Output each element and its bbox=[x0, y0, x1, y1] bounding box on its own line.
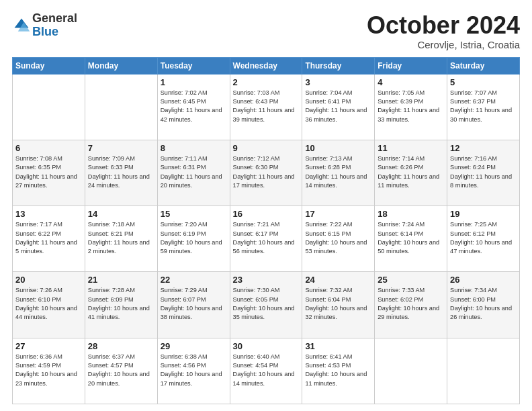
table-row: 25Sunrise: 7:33 AM Sunset: 6:02 PM Dayli… bbox=[375, 272, 447, 338]
table-row: 5Sunrise: 7:07 AM Sunset: 6:37 PM Daylig… bbox=[447, 74, 520, 140]
table-row: 9Sunrise: 7:12 AM Sunset: 6:30 PM Daylig… bbox=[230, 140, 302, 205]
day-number: 2 bbox=[233, 77, 300, 87]
day-info: Sunrise: 7:30 AM Sunset: 6:05 PM Dayligh… bbox=[233, 286, 300, 322]
day-info: Sunrise: 7:21 AM Sunset: 6:17 PM Dayligh… bbox=[233, 220, 300, 256]
day-number: 4 bbox=[378, 77, 444, 87]
day-number: 14 bbox=[88, 209, 154, 219]
day-number: 17 bbox=[305, 209, 371, 219]
col-friday: Friday bbox=[375, 57, 447, 74]
table-row bbox=[85, 74, 157, 140]
day-info: Sunrise: 6:38 AM Sunset: 4:56 PM Dayligh… bbox=[161, 353, 227, 388]
table-row: 1Sunrise: 7:02 AM Sunset: 6:45 PM Daylig… bbox=[157, 74, 230, 140]
table-row: 31Sunrise: 6:41 AM Sunset: 4:53 PM Dayli… bbox=[302, 338, 375, 404]
day-number: 30 bbox=[233, 341, 300, 351]
table-row: 7Sunrise: 7:09 AM Sunset: 6:33 PM Daylig… bbox=[85, 140, 157, 205]
day-number: 7 bbox=[88, 143, 154, 153]
table-row: 11Sunrise: 7:14 AM Sunset: 6:26 PM Dayli… bbox=[375, 140, 447, 205]
table-row: 28Sunrise: 6:37 AM Sunset: 4:57 PM Dayli… bbox=[85, 338, 157, 404]
col-monday: Monday bbox=[85, 57, 157, 74]
table-row: 30Sunrise: 6:40 AM Sunset: 4:54 PM Dayli… bbox=[230, 338, 302, 404]
day-info: Sunrise: 7:32 AM Sunset: 6:04 PM Dayligh… bbox=[305, 286, 371, 322]
day-info: Sunrise: 7:02 AM Sunset: 6:45 PM Dayligh… bbox=[161, 89, 227, 124]
day-number: 19 bbox=[450, 209, 517, 219]
day-number: 15 bbox=[161, 209, 227, 219]
table-row: 15Sunrise: 7:20 AM Sunset: 6:19 PM Dayli… bbox=[157, 206, 230, 272]
day-number: 10 bbox=[305, 143, 371, 153]
day-info: Sunrise: 7:11 AM Sunset: 6:31 PM Dayligh… bbox=[161, 154, 227, 190]
day-number: 16 bbox=[233, 209, 300, 219]
page: General Blue October 2024 Cerovlje, Istr… bbox=[0, 0, 532, 411]
calendar-table: Sunday Monday Tuesday Wednesday Thursday… bbox=[12, 57, 520, 404]
day-info: Sunrise: 7:03 AM Sunset: 6:43 PM Dayligh… bbox=[233, 89, 300, 124]
table-row bbox=[13, 74, 85, 140]
day-info: Sunrise: 7:22 AM Sunset: 6:15 PM Dayligh… bbox=[305, 220, 371, 256]
day-number: 18 bbox=[378, 209, 444, 219]
day-info: Sunrise: 6:40 AM Sunset: 4:54 PM Dayligh… bbox=[233, 353, 300, 388]
day-info: Sunrise: 7:20 AM Sunset: 6:19 PM Dayligh… bbox=[161, 220, 227, 256]
day-info: Sunrise: 7:04 AM Sunset: 6:41 PM Dayligh… bbox=[305, 89, 371, 124]
title-block: October 2024 Cerovlje, Istria, Croatia bbox=[367, 12, 520, 50]
title-location: Cerovlje, Istria, Croatia bbox=[367, 39, 520, 50]
col-sunday: Sunday bbox=[13, 57, 85, 74]
calendar-header-row: Sunday Monday Tuesday Wednesday Thursday… bbox=[13, 57, 520, 74]
logo-text: General Blue bbox=[32, 12, 77, 39]
table-row: 16Sunrise: 7:21 AM Sunset: 6:17 PM Dayli… bbox=[230, 206, 302, 272]
table-row: 14Sunrise: 7:18 AM Sunset: 6:21 PM Dayli… bbox=[85, 206, 157, 272]
title-month: October 2024 bbox=[367, 12, 520, 39]
col-saturday: Saturday bbox=[447, 57, 520, 74]
table-row: 26Sunrise: 7:34 AM Sunset: 6:00 PM Dayli… bbox=[447, 272, 520, 338]
day-info: Sunrise: 7:34 AM Sunset: 6:00 PM Dayligh… bbox=[450, 286, 517, 322]
day-info: Sunrise: 7:25 AM Sunset: 6:12 PM Dayligh… bbox=[450, 220, 517, 256]
day-info: Sunrise: 6:36 AM Sunset: 4:59 PM Dayligh… bbox=[15, 353, 82, 388]
day-info: Sunrise: 7:16 AM Sunset: 6:24 PM Dayligh… bbox=[450, 154, 517, 190]
day-info: Sunrise: 7:18 AM Sunset: 6:21 PM Dayligh… bbox=[88, 220, 154, 256]
day-number: 28 bbox=[88, 341, 154, 351]
day-number: 8 bbox=[161, 143, 227, 153]
day-info: Sunrise: 7:24 AM Sunset: 6:14 PM Dayligh… bbox=[378, 220, 444, 256]
table-row: 27Sunrise: 6:36 AM Sunset: 4:59 PM Dayli… bbox=[13, 338, 85, 404]
col-tuesday: Tuesday bbox=[157, 57, 230, 74]
table-row: 17Sunrise: 7:22 AM Sunset: 6:15 PM Dayli… bbox=[302, 206, 375, 272]
day-number: 22 bbox=[161, 275, 227, 285]
table-row: 3Sunrise: 7:04 AM Sunset: 6:41 PM Daylig… bbox=[302, 74, 375, 140]
day-number: 5 bbox=[450, 77, 517, 87]
day-number: 25 bbox=[378, 275, 444, 285]
day-number: 13 bbox=[15, 209, 82, 219]
table-row: 13Sunrise: 7:17 AM Sunset: 6:22 PM Dayli… bbox=[13, 206, 85, 272]
day-number: 24 bbox=[305, 275, 371, 285]
day-info: Sunrise: 7:13 AM Sunset: 6:28 PM Dayligh… bbox=[305, 154, 371, 190]
day-info: Sunrise: 7:08 AM Sunset: 6:35 PM Dayligh… bbox=[15, 154, 82, 190]
day-number: 9 bbox=[233, 143, 300, 153]
table-row: 8Sunrise: 7:11 AM Sunset: 6:31 PM Daylig… bbox=[157, 140, 230, 205]
table-row: 18Sunrise: 7:24 AM Sunset: 6:14 PM Dayli… bbox=[375, 206, 447, 272]
table-row: 4Sunrise: 7:05 AM Sunset: 6:39 PM Daylig… bbox=[375, 74, 447, 140]
day-number: 23 bbox=[233, 275, 300, 285]
table-row: 2Sunrise: 7:03 AM Sunset: 6:43 PM Daylig… bbox=[230, 74, 302, 140]
table-row: 10Sunrise: 7:13 AM Sunset: 6:28 PM Dayli… bbox=[302, 140, 375, 205]
table-row: 12Sunrise: 7:16 AM Sunset: 6:24 PM Dayli… bbox=[447, 140, 520, 205]
table-row: 23Sunrise: 7:30 AM Sunset: 6:05 PM Dayli… bbox=[230, 272, 302, 338]
table-row: 24Sunrise: 7:32 AM Sunset: 6:04 PM Dayli… bbox=[302, 272, 375, 338]
day-number: 12 bbox=[450, 143, 517, 153]
table-row: 22Sunrise: 7:29 AM Sunset: 6:07 PM Dayli… bbox=[157, 272, 230, 338]
day-number: 31 bbox=[305, 341, 371, 351]
day-info: Sunrise: 7:05 AM Sunset: 6:39 PM Dayligh… bbox=[378, 89, 444, 124]
day-info: Sunrise: 7:28 AM Sunset: 6:09 PM Dayligh… bbox=[88, 286, 154, 322]
logo-icon bbox=[12, 16, 31, 35]
col-wednesday: Wednesday bbox=[230, 57, 302, 74]
day-number: 11 bbox=[378, 143, 444, 153]
day-info: Sunrise: 7:07 AM Sunset: 6:37 PM Dayligh… bbox=[450, 89, 517, 124]
table-row: 21Sunrise: 7:28 AM Sunset: 6:09 PM Dayli… bbox=[85, 272, 157, 338]
table-row bbox=[375, 338, 447, 404]
table-row: 29Sunrise: 6:38 AM Sunset: 4:56 PM Dayli… bbox=[157, 338, 230, 404]
day-info: Sunrise: 7:09 AM Sunset: 6:33 PM Dayligh… bbox=[88, 154, 154, 190]
day-info: Sunrise: 6:41 AM Sunset: 4:53 PM Dayligh… bbox=[305, 353, 371, 388]
day-number: 26 bbox=[450, 275, 517, 285]
day-number: 27 bbox=[15, 341, 82, 351]
day-info: Sunrise: 7:12 AM Sunset: 6:30 PM Dayligh… bbox=[233, 154, 300, 190]
day-number: 29 bbox=[161, 341, 227, 351]
day-info: Sunrise: 7:17 AM Sunset: 6:22 PM Dayligh… bbox=[15, 220, 82, 256]
day-info: Sunrise: 7:14 AM Sunset: 6:26 PM Dayligh… bbox=[378, 154, 444, 190]
day-number: 1 bbox=[161, 77, 227, 87]
day-info: Sunrise: 7:33 AM Sunset: 6:02 PM Dayligh… bbox=[378, 286, 444, 322]
